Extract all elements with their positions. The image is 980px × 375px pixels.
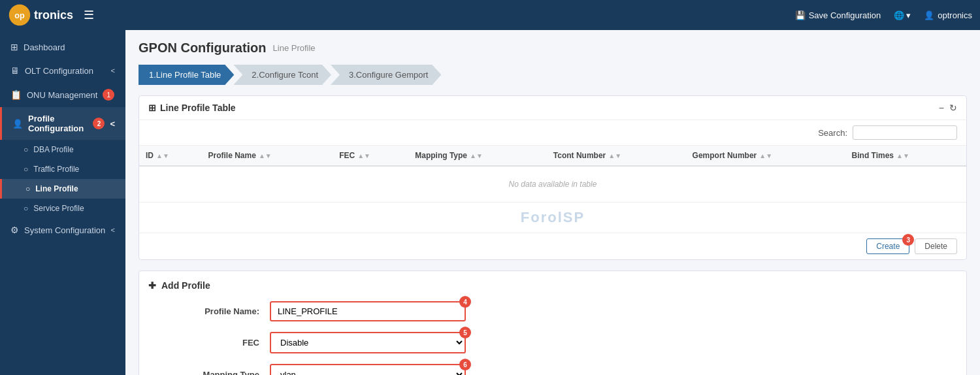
- table-empty-row: No data available in table: [139, 166, 966, 203]
- sidebar-item-line-profile[interactable]: ○ Line Profile: [0, 179, 125, 199]
- col-mapping-type: Mapping Type▲▼: [408, 146, 547, 166]
- sidebar-item-label: Profile Configuration: [28, 114, 88, 133]
- panel-actions: − ↻: [939, 103, 957, 113]
- mapping-type-select[interactable]: vlan gem priority_queue: [270, 364, 466, 375]
- step-badge-6: 6: [459, 359, 471, 370]
- line-profile-table-panel: ⊞ Line Profile Table − ↻ Search: ID▲▼: [139, 95, 967, 260]
- table-footer: Create 3 Delete: [139, 233, 966, 259]
- wizard-step-1[interactable]: 1.Line Profile Table: [139, 65, 234, 85]
- sidebar-item-dba-profile[interactable]: ○ DBA Profile: [0, 140, 125, 159]
- circle-icon-3: ○: [25, 184, 30, 193]
- sort-icon-2[interactable]: ▲▼: [259, 152, 272, 159]
- create-button[interactable]: Create 3: [866, 238, 909, 254]
- minimize-button[interactable]: −: [939, 103, 944, 113]
- sidebar-item-label: Dashboard: [24, 42, 65, 52]
- page-title: GPON Configuration: [139, 41, 267, 56]
- sort-icon-3[interactable]: ▲▼: [357, 152, 370, 159]
- add-profile-header: ✚ Add Profile: [148, 280, 957, 291]
- profile-name-row: Profile Name: 4: [139, 301, 966, 321]
- sidebar-item-label: System Configuration: [24, 225, 105, 235]
- main-layout: ⊞ Dashboard 🖥 OLT Configuration < 📋 ONU …: [0, 30, 980, 375]
- gear-icon: ⚙: [10, 225, 19, 235]
- add-icon: ✚: [148, 280, 156, 291]
- mapping-type-row: Mapping Type vlan gem priority_queue 6: [139, 364, 966, 375]
- sidebar-item-label: Service Profile: [33, 204, 84, 213]
- circle-icon: ○: [24, 145, 28, 154]
- wizard-step-3[interactable]: 3.Configure Gemport: [331, 65, 441, 85]
- sidebar-item-label: Traffic Profile: [33, 165, 79, 174]
- page-header: GPON Configuration Line Profile: [139, 41, 967, 56]
- col-tcont-number: Tcont Number▲▼: [547, 146, 686, 166]
- chevron-left-icon: <: [111, 67, 115, 74]
- circle-icon-4: ○: [24, 204, 28, 213]
- wizard-step-2[interactable]: 2.Configure Tcont: [233, 65, 331, 85]
- sidebar-item-label: OLT Configuration: [25, 66, 93, 76]
- add-profile-panel: ✚ Add Profile Profile Name: 4 FEC Disabl…: [139, 270, 967, 375]
- delete-button[interactable]: Delete: [915, 238, 957, 254]
- search-bar: Search:: [139, 120, 966, 146]
- dashboard-icon: ⊞: [10, 42, 18, 52]
- chevron-left-icon-2: <: [110, 119, 115, 129]
- sort-icon-5[interactable]: ▲▼: [608, 152, 621, 159]
- svg-text:op: op: [14, 11, 25, 20]
- watermark: ForolSP: [139, 203, 966, 233]
- step-badge-4: 4: [459, 296, 471, 308]
- onu-icon: 📋: [10, 90, 22, 100]
- line-profile-table: ID▲▼ Profile Name▲▼ FEC▲▼ Mapping Type▲▼…: [139, 146, 966, 203]
- logo-icon: op: [8, 3, 31, 27]
- hamburger-icon[interactable]: ☰: [84, 8, 94, 22]
- profile-icon: 👤: [12, 119, 23, 129]
- profile-name-label: Profile Name:: [165, 306, 270, 316]
- navbar-right: 💾 Save Configuration 🌐 ▾ 👤 optronics: [795, 10, 972, 20]
- col-fec: FEC▲▼: [333, 146, 408, 166]
- refresh-button[interactable]: ↻: [949, 103, 957, 113]
- sidebar-item-service-profile[interactable]: ○ Service Profile: [0, 199, 125, 218]
- sidebar-item-onu-management[interactable]: 📋 ONU Management 1: [0, 82, 125, 107]
- language-selector[interactable]: 🌐 ▾: [894, 10, 911, 20]
- fec-label: FEC: [165, 338, 270, 348]
- search-label: Search:: [818, 128, 847, 138]
- sort-icon-4[interactable]: ▲▼: [470, 152, 483, 159]
- col-profile-name: Profile Name▲▼: [202, 146, 333, 166]
- circle-icon-2: ○: [24, 165, 28, 174]
- sidebar-item-system-configuration[interactable]: ⚙ System Configuration <: [0, 218, 125, 242]
- user-menu[interactable]: 👤 optronics: [924, 10, 972, 20]
- wizard-steps: 1.Line Profile Table 2.Configure Tcont 3…: [139, 65, 967, 85]
- sidebar-item-label: Line Profile: [35, 184, 78, 193]
- sort-icon-7[interactable]: ▲▼: [896, 152, 909, 159]
- wizard-step-1-label: 1.Line Profile Table: [149, 70, 221, 80]
- sidebar-item-dashboard[interactable]: ⊞ Dashboard: [0, 35, 125, 59]
- sidebar-item-traffic-profile[interactable]: ○ Traffic Profile: [0, 159, 125, 179]
- content-area: GPON Configuration Line Profile 1.Line P…: [125, 30, 980, 375]
- table-icon: ⊞: [148, 103, 156, 113]
- notification-badge-2: 2: [93, 118, 105, 129]
- fec-row: FEC Disable Enable 5: [139, 332, 966, 353]
- col-bind-times: Bind Times▲▼: [845, 146, 966, 166]
- fec-select[interactable]: Disable Enable: [270, 332, 466, 353]
- sidebar-item-label: ONU Management: [27, 90, 97, 100]
- profile-name-input[interactable]: [270, 301, 466, 321]
- table-header-row: ID▲▼ Profile Name▲▼ FEC▲▼ Mapping Type▲▼…: [139, 146, 966, 166]
- panel-header: ⊞ Line Profile Table − ↻: [139, 96, 966, 120]
- sidebar-item-profile-configuration[interactable]: 👤 Profile Configuration 2 <: [0, 107, 125, 140]
- navbar: op tronics ☰ 💾 Save Configuration 🌐 ▾ 👤 …: [0, 0, 980, 30]
- sort-icon-6[interactable]: ▲▼: [759, 152, 772, 159]
- save-configuration-button[interactable]: 💾 Save Configuration: [795, 10, 881, 20]
- logo-text: tronics: [34, 8, 73, 22]
- sidebar-item-olt-configuration[interactable]: 🖥 OLT Configuration <: [0, 59, 125, 82]
- no-data-message: No data available in table: [139, 166, 966, 203]
- col-gemport-number: Gemport Number▲▼: [686, 146, 845, 166]
- logo: op tronics: [8, 3, 73, 27]
- wizard-step-3-label: 3.Configure Gemport: [349, 70, 428, 80]
- chevron-left-icon-3: <: [111, 226, 115, 234]
- search-input[interactable]: [853, 125, 957, 140]
- panel-title: ⊞ Line Profile Table: [148, 103, 236, 113]
- col-id: ID▲▼: [139, 146, 202, 166]
- page-subtitle: Line Profile: [273, 43, 316, 53]
- sidebar-item-label: DBA Profile: [33, 145, 73, 154]
- globe-icon: 🌐: [894, 10, 904, 20]
- olt-icon: 🖥: [10, 65, 20, 76]
- sort-icon[interactable]: ▲▼: [156, 152, 169, 159]
- step-badge-3: 3: [902, 234, 914, 246]
- user-icon: 👤: [924, 10, 934, 20]
